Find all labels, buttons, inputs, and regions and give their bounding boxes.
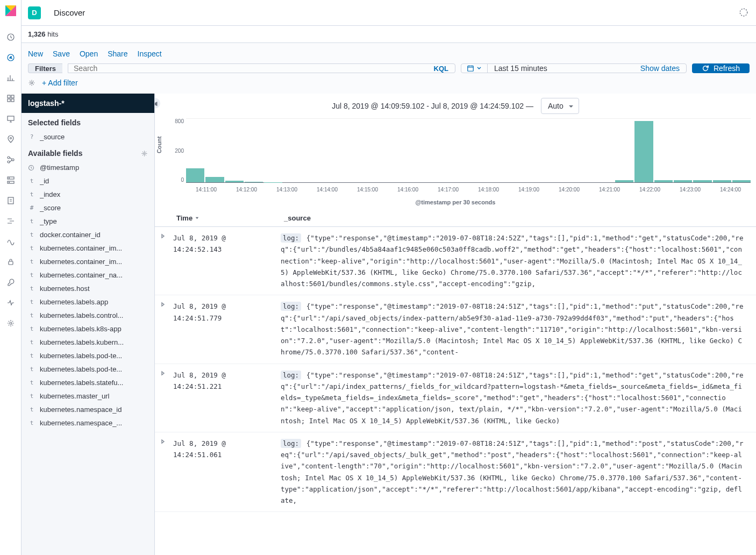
field-item[interactable]: tkubernetes.labels.kubern... [22,336,154,349]
expand-row-icon[interactable] [160,369,173,426]
date-picker-button[interactable] [461,64,488,73]
field-item[interactable]: tkubernetes.labels.control... [22,309,154,322]
field-type-icon: t [28,312,35,319]
open-link[interactable]: Open [80,49,98,58]
field-item[interactable]: tkubernetes.container_na... [22,268,154,282]
col-source-header[interactable]: _source [284,214,745,222]
histogram-bar[interactable] [205,177,224,182]
date-range-text[interactable]: Last 15 minutes [488,64,634,73]
filter-settings-icon[interactable] [28,79,35,87]
refresh-icon [702,65,709,72]
field-name: kubernetes.labels.control... [40,311,123,319]
expand-row-icon[interactable] [160,232,173,289]
field-item[interactable]: tkubernetes.container_im... [22,255,154,268]
field-item[interactable]: tkubernetes.labels.pod-te... [22,349,154,362]
nav-ml-icon[interactable] [4,153,17,166]
field-item[interactable]: tkubernetes.labels.app [22,295,154,309]
expand-row-icon[interactable] [160,301,173,358]
svg-rect-9 [8,116,14,120]
histogram-bar[interactable] [245,182,263,182]
field-item[interactable]: tkubernetes.labels.pod-te... [22,362,154,376]
svg-rect-18 [8,197,13,204]
table-row: Jul 8, 2019 @ 14:24:52.143log: {"type":"… [155,227,756,295]
news-icon[interactable] [739,8,750,18]
nav-infra-icon[interactable] [4,174,17,187]
field-item[interactable]: t_type [22,215,154,228]
nav-apm-icon[interactable] [4,215,17,227]
add-filter-link[interactable]: + Add filter [42,79,78,87]
nav-maps-icon[interactable] [4,133,17,146]
field-item[interactable]: t_index [22,188,154,201]
nav-devtools-icon[interactable] [4,276,17,289]
x-axis-label: @timestamp per 30 seconds [155,199,756,210]
save-link[interactable]: Save [53,49,70,58]
field-item[interactable]: tkubernetes.labels.k8s-app [22,322,154,336]
expand-row-icon[interactable] [160,438,173,507]
svg-rect-22 [468,66,474,72]
inspect-link[interactable]: Inspect [138,49,162,58]
nav-management-icon[interactable] [4,317,17,330]
field-item[interactable]: tkubernetes.labels.statefu... [22,376,154,389]
field-name: kubernetes.container_na... [40,271,123,279]
filters-button[interactable]: Filters [28,63,62,73]
chart-time-range: Jul 8, 2019 @ 14:09:59.102 - Jul 8, 2019… [332,102,533,110]
field-item[interactable]: tkubernetes.namespace_id [22,403,154,416]
index-pattern-selector[interactable]: logstash-* [22,94,154,113]
histogram-bar[interactable] [186,168,204,182]
field-settings-icon[interactable] [141,150,148,157]
field-name: kubernetes.labels.app [40,298,108,306]
field-item[interactable]: ?_source [22,130,154,144]
field-type-icon: t [28,366,35,373]
field-type-icon: t [28,177,35,184]
refresh-button[interactable]: Refresh [692,63,750,73]
svg-point-21 [740,9,747,16]
histogram-bar[interactable] [713,180,731,182]
interval-select[interactable]: Auto [541,98,579,114]
histogram-bar[interactable] [732,180,751,182]
show-dates-link[interactable]: Show dates [634,64,686,73]
histogram-chart: Count 0200800 14:11:0014:12:0014:13:0014… [155,118,756,199]
field-name: @timestamp [40,163,79,172]
sort-desc-icon [195,216,199,220]
histogram-bar[interactable] [634,121,653,182]
histogram-bar[interactable] [674,180,692,182]
field-item[interactable]: @timestamp [22,161,154,174]
logo-icon[interactable] [4,4,17,17]
table-row: Jul 8, 2019 @ 14:24:51.061log: {"type":"… [155,432,756,513]
svg-rect-14 [8,177,14,179]
field-item[interactable]: tkubernetes.namespace_... [22,416,154,430]
histogram-bar[interactable] [693,180,711,182]
field-name: _id [40,177,49,185]
histogram-bar[interactable] [615,180,633,182]
field-item[interactable]: #_score [22,201,154,215]
nav-recent-icon[interactable] [4,31,17,44]
field-item[interactable]: tkubernetes.master_url [22,389,154,403]
calendar-icon [467,65,474,72]
svg-point-17 [9,182,9,183]
histogram-bar[interactable] [225,181,244,182]
nav-siem-icon[interactable] [4,255,17,268]
field-item[interactable]: tkubernetes.container_im... [22,241,154,255]
nav-discover-icon[interactable] [4,51,17,64]
nav-monitoring-icon[interactable] [4,296,17,309]
svg-rect-6 [11,95,14,98]
svg-point-12 [12,159,14,161]
search-input[interactable] [68,64,427,73]
col-time-header[interactable]: Time [176,214,192,222]
field-name: kubernetes.master_url [40,392,109,400]
nav-canvas-icon[interactable] [4,112,17,125]
field-type-icon: t [28,352,35,359]
field-item[interactable]: t_id [22,174,154,188]
doc-source: log: {"type":"response","@timestamp":"20… [281,369,745,426]
nav-logs-icon[interactable] [4,194,17,207]
nav-dashboard-icon[interactable] [4,92,17,105]
nav-uptime-icon[interactable] [4,235,17,248]
nav-visualize-icon[interactable] [4,72,17,84]
field-item[interactable]: tkubernetes.host [22,282,154,295]
new-link[interactable]: New [28,49,43,58]
field-type-icon: t [28,218,35,225]
field-item[interactable]: tdocker.container_id [22,228,154,241]
share-link[interactable]: Share [108,49,127,58]
kql-toggle[interactable]: KQL [427,64,455,73]
histogram-bar[interactable] [654,180,673,182]
